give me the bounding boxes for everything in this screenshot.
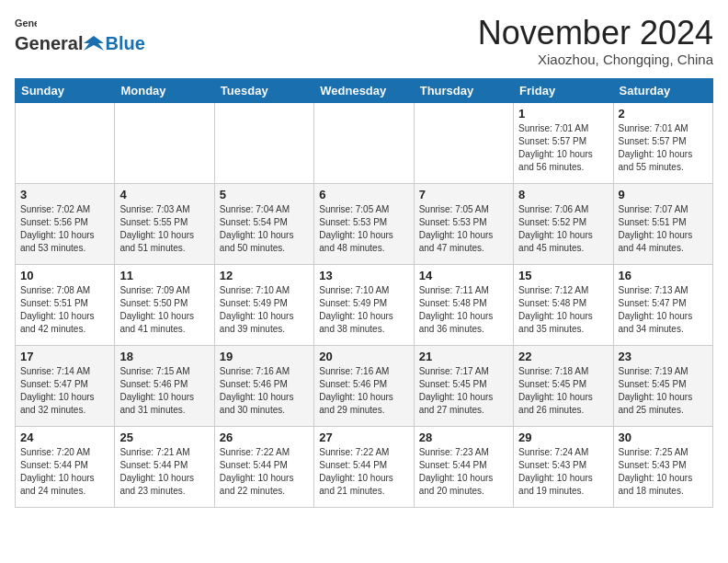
svg-text:General: General	[15, 17, 37, 29]
day-number: 18	[119, 350, 209, 363]
weekday-header-tuesday: Tuesday	[214, 78, 313, 102]
day-info: Sunrise: 7:17 AM Sunset: 5:45 PM Dayligh…	[419, 365, 508, 417]
day-info: Sunrise: 7:19 AM Sunset: 5:45 PM Dayligh…	[619, 365, 708, 417]
day-info: Sunrise: 7:16 AM Sunset: 5:46 PM Dayligh…	[220, 365, 309, 417]
day-number: 3	[20, 188, 109, 201]
day-info: Sunrise: 7:03 AM Sunset: 5:55 PM Dayligh…	[119, 203, 209, 255]
calendar-day-cell: 25Sunrise: 7:21 AM Sunset: 5:44 PM Dayli…	[115, 426, 214, 507]
weekday-header-row: SundayMondayTuesdayWednesdayThursdayFrid…	[16, 78, 713, 102]
day-number: 22	[518, 350, 608, 363]
svg-marker-1	[84, 36, 104, 51]
day-info: Sunrise: 7:15 AM Sunset: 5:46 PM Dayligh…	[119, 365, 209, 417]
calendar-day-cell: 15Sunrise: 7:12 AM Sunset: 5:48 PM Dayli…	[514, 264, 613, 345]
calendar-day-cell: 7Sunrise: 7:05 AM Sunset: 5:53 PM Daylig…	[414, 183, 513, 264]
calendar-day-cell: 11Sunrise: 7:09 AM Sunset: 5:50 PM Dayli…	[115, 264, 214, 345]
day-number: 19	[220, 350, 309, 363]
day-info: Sunrise: 7:10 AM Sunset: 5:49 PM Dayligh…	[319, 284, 408, 336]
day-info: Sunrise: 7:11 AM Sunset: 5:48 PM Dayligh…	[419, 284, 508, 336]
calendar-empty-cell	[314, 102, 414, 183]
day-number: 10	[20, 269, 109, 282]
calendar-week-row: 1Sunrise: 7:01 AM Sunset: 5:57 PM Daylig…	[16, 102, 713, 183]
calendar-day-cell: 17Sunrise: 7:14 AM Sunset: 5:47 PM Dayli…	[16, 345, 115, 426]
calendar-day-cell: 8Sunrise: 7:06 AM Sunset: 5:52 PM Daylig…	[514, 183, 613, 264]
day-number: 27	[319, 431, 408, 444]
calendar-day-cell: 1Sunrise: 7:01 AM Sunset: 5:57 PM Daylig…	[514, 102, 613, 183]
calendar-week-row: 3Sunrise: 7:02 AM Sunset: 5:56 PM Daylig…	[16, 183, 713, 264]
logo: General General Blue	[15, 15, 145, 54]
day-info: Sunrise: 7:16 AM Sunset: 5:46 PM Dayligh…	[319, 365, 408, 417]
day-number: 23	[619, 350, 708, 363]
weekday-header-saturday: Saturday	[613, 78, 712, 102]
calendar-day-cell: 26Sunrise: 7:22 AM Sunset: 5:44 PM Dayli…	[214, 426, 313, 507]
day-number: 24	[20, 431, 109, 444]
calendar-day-cell: 12Sunrise: 7:10 AM Sunset: 5:49 PM Dayli…	[214, 264, 313, 345]
day-info: Sunrise: 7:21 AM Sunset: 5:44 PM Dayligh…	[119, 446, 209, 498]
calendar-week-row: 17Sunrise: 7:14 AM Sunset: 5:47 PM Dayli…	[16, 345, 713, 426]
weekday-header-sunday: Sunday	[16, 78, 115, 102]
day-info: Sunrise: 7:25 AM Sunset: 5:43 PM Dayligh…	[619, 446, 708, 498]
logo-blue: Blue	[105, 33, 144, 54]
day-number: 1	[518, 107, 608, 121]
weekday-header-thursday: Thursday	[414, 78, 513, 102]
day-info: Sunrise: 7:10 AM Sunset: 5:49 PM Dayligh…	[220, 284, 309, 336]
day-number: 4	[119, 188, 209, 201]
calendar-day-cell: 6Sunrise: 7:05 AM Sunset: 5:53 PM Daylig…	[314, 183, 414, 264]
day-info: Sunrise: 7:14 AM Sunset: 5:47 PM Dayligh…	[20, 365, 109, 417]
day-number: 8	[518, 188, 608, 201]
day-info: Sunrise: 7:07 AM Sunset: 5:51 PM Dayligh…	[619, 203, 708, 255]
day-number: 14	[419, 269, 508, 282]
calendar-day-cell: 27Sunrise: 7:22 AM Sunset: 5:44 PM Dayli…	[314, 426, 414, 507]
day-number: 28	[419, 431, 508, 444]
logo-bird-icon	[84, 34, 104, 54]
calendar-day-cell: 3Sunrise: 7:02 AM Sunset: 5:56 PM Daylig…	[16, 183, 115, 264]
day-info: Sunrise: 7:08 AM Sunset: 5:51 PM Dayligh…	[20, 284, 109, 336]
day-number: 13	[319, 269, 408, 282]
day-number: 5	[220, 188, 309, 201]
day-number: 25	[119, 431, 209, 444]
day-info: Sunrise: 7:09 AM Sunset: 5:50 PM Dayligh…	[119, 284, 209, 336]
calendar-day-cell: 21Sunrise: 7:17 AM Sunset: 5:45 PM Dayli…	[414, 345, 513, 426]
calendar-day-cell: 22Sunrise: 7:18 AM Sunset: 5:45 PM Dayli…	[514, 345, 613, 426]
day-number: 12	[220, 269, 309, 282]
day-info: Sunrise: 7:05 AM Sunset: 5:53 PM Dayligh…	[319, 203, 408, 255]
day-number: 21	[419, 350, 508, 363]
day-number: 29	[518, 431, 608, 444]
day-number: 6	[319, 188, 408, 201]
calendar-week-row: 10Sunrise: 7:08 AM Sunset: 5:51 PM Dayli…	[16, 264, 713, 345]
calendar-day-cell: 14Sunrise: 7:11 AM Sunset: 5:48 PM Dayli…	[414, 264, 513, 345]
day-number: 20	[319, 350, 408, 363]
calendar-day-cell: 30Sunrise: 7:25 AM Sunset: 5:43 PM Dayli…	[613, 426, 712, 507]
day-number: 9	[619, 188, 708, 201]
calendar-day-cell: 5Sunrise: 7:04 AM Sunset: 5:54 PM Daylig…	[214, 183, 313, 264]
calendar-empty-cell	[115, 102, 214, 183]
day-info: Sunrise: 7:05 AM Sunset: 5:53 PM Dayligh…	[419, 203, 508, 255]
day-info: Sunrise: 7:22 AM Sunset: 5:44 PM Dayligh…	[220, 446, 309, 498]
calendar-day-cell: 18Sunrise: 7:15 AM Sunset: 5:46 PM Dayli…	[115, 345, 214, 426]
day-number: 2	[619, 107, 708, 121]
day-info: Sunrise: 7:24 AM Sunset: 5:43 PM Dayligh…	[518, 446, 608, 498]
logo-icon: General	[15, 15, 37, 33]
page-header: General General Blue November 2024 Xiaoz…	[15, 15, 713, 67]
calendar-empty-cell	[214, 102, 313, 183]
calendar-day-cell: 24Sunrise: 7:20 AM Sunset: 5:44 PM Dayli…	[16, 426, 115, 507]
day-info: Sunrise: 7:18 AM Sunset: 5:45 PM Dayligh…	[518, 365, 608, 417]
weekday-header-monday: Monday	[115, 78, 214, 102]
day-number: 30	[619, 431, 708, 444]
day-info: Sunrise: 7:02 AM Sunset: 5:56 PM Dayligh…	[20, 203, 109, 255]
calendar-day-cell: 2Sunrise: 7:01 AM Sunset: 5:57 PM Daylig…	[613, 102, 712, 183]
day-info: Sunrise: 7:01 AM Sunset: 5:57 PM Dayligh…	[619, 122, 708, 174]
day-info: Sunrise: 7:23 AM Sunset: 5:44 PM Dayligh…	[419, 446, 508, 498]
calendar-table: SundayMondayTuesdayWednesdayThursdayFrid…	[15, 78, 713, 508]
day-info: Sunrise: 7:22 AM Sunset: 5:44 PM Dayligh…	[319, 446, 408, 498]
calendar-day-cell: 28Sunrise: 7:23 AM Sunset: 5:44 PM Dayli…	[414, 426, 513, 507]
day-number: 17	[20, 350, 109, 363]
calendar-week-row: 24Sunrise: 7:20 AM Sunset: 5:44 PM Dayli…	[16, 426, 713, 507]
calendar-day-cell: 20Sunrise: 7:16 AM Sunset: 5:46 PM Dayli…	[314, 345, 414, 426]
calendar-day-cell: 9Sunrise: 7:07 AM Sunset: 5:51 PM Daylig…	[613, 183, 712, 264]
day-number: 7	[419, 188, 508, 201]
day-number: 26	[220, 431, 309, 444]
day-info: Sunrise: 7:04 AM Sunset: 5:54 PM Dayligh…	[220, 203, 309, 255]
calendar-day-cell: 10Sunrise: 7:08 AM Sunset: 5:51 PM Dayli…	[16, 264, 115, 345]
calendar-day-cell: 19Sunrise: 7:16 AM Sunset: 5:46 PM Dayli…	[214, 345, 313, 426]
logo-general: General	[15, 33, 83, 54]
